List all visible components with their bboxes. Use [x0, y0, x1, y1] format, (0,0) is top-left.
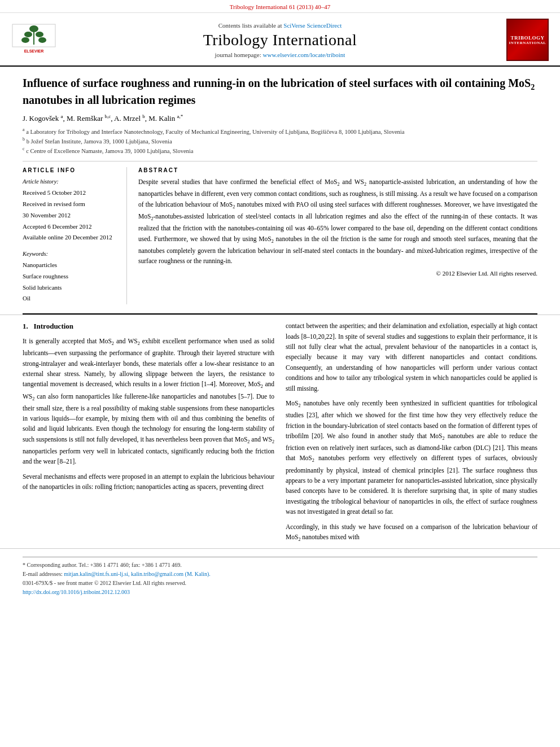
- corresponding-author-note: * Corresponding author. Tel.: +386 1 477…: [23, 561, 537, 570]
- section1-number: 1.: [23, 322, 28, 330]
- received-date: Received 5 October 2012: [23, 187, 118, 199]
- svg-text:ELSEVIER: ELSEVIER: [24, 49, 44, 53]
- elsevier-logo-icon: ELSEVIER: [11, 23, 56, 54]
- abstract-col: ABSTRACT Despite several studies that ha…: [138, 167, 537, 304]
- page: Tribology International 61 (2013) 40–47 …: [0, 0, 560, 747]
- article-title: Influence of surface roughness and runni…: [23, 76, 537, 107]
- title-sub2: 2: [531, 83, 535, 91]
- email2[interactable]: kalin.tribo@gmail.com (M. Kalin).: [131, 571, 211, 577]
- svg-point-4: [24, 32, 32, 37]
- affiliation-b: b b Jožef Stefan Institute, Jamova 39, 1…: [23, 136, 537, 146]
- footer-note: * Corresponding author. Tel.: +386 1 477…: [23, 557, 537, 597]
- svg-point-5: [36, 32, 43, 37]
- intro-para5: Accordingly, in this study we have focus…: [286, 522, 537, 544]
- abstract-text: Despite several studies that have confir…: [138, 177, 537, 266]
- sciverse-link[interactable]: SciVerse ScienceDirect: [283, 22, 342, 29]
- title-end: nanotubes in all lubrication regimes: [23, 94, 195, 106]
- content-area: Influence of surface roughness and runni…: [0, 67, 560, 313]
- abstract-heading: ABSTRACT: [138, 167, 537, 173]
- copyright-line: © 2012 Elsevier Ltd. All rights reserved…: [138, 270, 537, 277]
- intro-para1: It is generally accepted that MoS2 and W…: [23, 336, 274, 467]
- email-label: E-mail addresses:: [23, 571, 63, 577]
- body-col-left: 1. Introduction It is generally accepted…: [23, 321, 274, 548]
- history-label: Article history:: [23, 177, 118, 187]
- homepage-link[interactable]: www.elsevier.com/locate/triboint: [263, 51, 345, 58]
- keyword-1: Nanoparticles: [23, 260, 118, 271]
- contents-text: Contents lists available at: [218, 22, 283, 29]
- email1[interactable]: mitjan.kalin@tint.fs.uni-lj.si,: [64, 571, 129, 577]
- keyword-3: Solid lubricants: [23, 282, 118, 294]
- authors-text: J. Kogovšek a, M. Remškar b,c, A. Mrzel …: [23, 114, 183, 123]
- header-center: Contents lists available at SciVerse Sci…: [68, 22, 492, 58]
- section1-title-text: Introduction: [34, 322, 74, 330]
- received-revised-date: 30 November 2012: [23, 210, 118, 221]
- authors-line: J. Kogovšek a, M. Remškar b,c, A. Mrzel …: [23, 113, 537, 123]
- homepage-line: journal homepage: www.elsevier.com/locat…: [68, 51, 492, 58]
- affiliation-c: c c Centre of Excellence Namaste, Jamova…: [23, 146, 537, 155]
- keyword-4: Oil: [23, 293, 118, 304]
- intro-para2: Several mechanisms and effects were prop…: [23, 471, 274, 492]
- header-area: ELSEVIER Contents lists available at Sci…: [0, 13, 560, 67]
- tribology-badge: TRIBOLOGY INTERNATIONAL: [506, 19, 549, 61]
- journal-citation: Tribology International 61 (2013) 40–47: [230, 3, 331, 10]
- main-body: 1. Introduction It is generally accepted…: [0, 314, 560, 548]
- svg-point-3: [29, 25, 38, 32]
- svg-point-6: [21, 37, 29, 43]
- received-revised-label: Received in revised form: [23, 199, 118, 210]
- accepted-date: Accepted 6 December 2012: [23, 221, 118, 233]
- affiliations: a a Laboratory for Tribology and Interfa…: [23, 126, 537, 156]
- keyword-2: Surface roughness: [23, 271, 118, 282]
- affiliation-a: a a Laboratory for Tribology and Interfa…: [23, 126, 537, 136]
- footer-area: * Corresponding author. Tel.: +386 1 477…: [0, 548, 560, 601]
- badge-subtitle: INTERNATIONAL: [509, 41, 546, 45]
- elsevier-logo-area: ELSEVIER: [11, 23, 62, 56]
- section1-title: 1. Introduction: [23, 321, 274, 333]
- body-columns: 1. Introduction It is generally accepted…: [23, 321, 537, 548]
- intro-para3: contact between the asperities; and thei…: [286, 321, 537, 394]
- body-col-right: contact between the asperities; and thei…: [286, 321, 537, 548]
- doi-line: http://dx.doi.org/10.1016/j.triboint.201…: [23, 588, 537, 597]
- info-abstract-section: ARTICLE INFO Article history: Received 5…: [23, 161, 537, 304]
- header-right: TRIBOLOGY INTERNATIONAL: [498, 19, 549, 61]
- available-date: Available online 20 December 2012: [23, 232, 118, 243]
- badge-title: TRIBOLOGY: [510, 35, 544, 41]
- intro-para4: MoS2 nanotubes have only recently been s…: [286, 398, 537, 517]
- title-main: Influence of surface roughness and runni…: [23, 77, 531, 89]
- article-info-col: ARTICLE INFO Article history: Received 5…: [23, 167, 127, 304]
- issn-line: 0301-679X/$ - see front matter © 2012 El…: [23, 579, 537, 588]
- journal-title: Tribology International: [68, 31, 492, 49]
- email-line: E-mail addresses: mitjan.kalin@tint.fs.u…: [23, 570, 537, 579]
- journal-bar: Tribology International 61 (2013) 40–47: [0, 0, 560, 13]
- svg-point-7: [38, 37, 46, 43]
- abstract-paragraph: Despite several studies that have confir…: [138, 177, 537, 266]
- keywords-block: Keywords: Nanoparticles Surface roughnes…: [23, 249, 118, 304]
- doi-link[interactable]: http://dx.doi.org/10.1016/j.triboint.201…: [23, 589, 130, 595]
- article-history: Article history: Received 5 October 2012…: [23, 177, 118, 243]
- contents-line: Contents lists available at SciVerse Sci…: [68, 22, 492, 29]
- homepage-text: journal homepage:: [215, 51, 263, 58]
- keywords-label: Keywords:: [23, 249, 118, 260]
- article-info-heading: ARTICLE INFO: [23, 167, 118, 173]
